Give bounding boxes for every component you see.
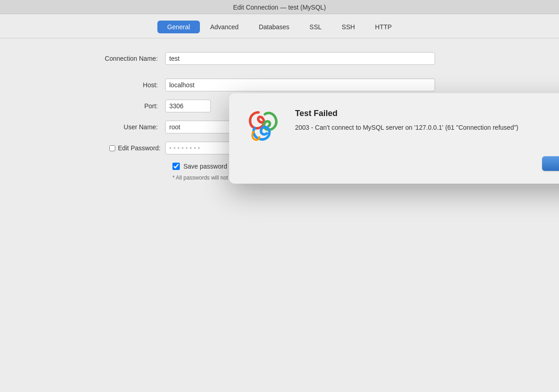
- tab-bar: General Advanced Databases SSL SSH HTTP: [0, 14, 559, 38]
- main-content: Connection Name: Host: Port: User Name: …: [0, 38, 559, 181]
- modal-overlay: Test Failed 2003 - Can't connect to MySQ…: [0, 38, 559, 181]
- tab-general[interactable]: General: [157, 21, 200, 33]
- modal-footer: OK: [246, 156, 559, 171]
- modal-message: 2003 - Can't connect to MySQL server on …: [295, 123, 559, 132]
- modal-dialog: Test Failed 2003 - Can't connect to MySQ…: [229, 93, 559, 184]
- tab-advanced[interactable]: Advanced: [200, 21, 248, 33]
- tab-ssh[interactable]: SSH: [332, 21, 365, 33]
- title-bar: Edit Connection — test (MySQL): [0, 0, 559, 14]
- tab-http[interactable]: HTTP: [365, 21, 402, 33]
- modal-text-area: Test Failed 2003 - Can't connect to MySQ…: [295, 107, 559, 132]
- navicat-logo: [246, 107, 282, 143]
- modal-body: Test Failed 2003 - Can't connect to MySQ…: [246, 107, 559, 143]
- ok-button[interactable]: OK: [542, 156, 559, 171]
- window-title: Edit Connection — test (MySQL): [233, 4, 326, 11]
- tab-ssl[interactable]: SSL: [300, 21, 332, 33]
- tab-databases[interactable]: Databases: [249, 21, 300, 33]
- modal-title: Test Failed: [295, 109, 559, 118]
